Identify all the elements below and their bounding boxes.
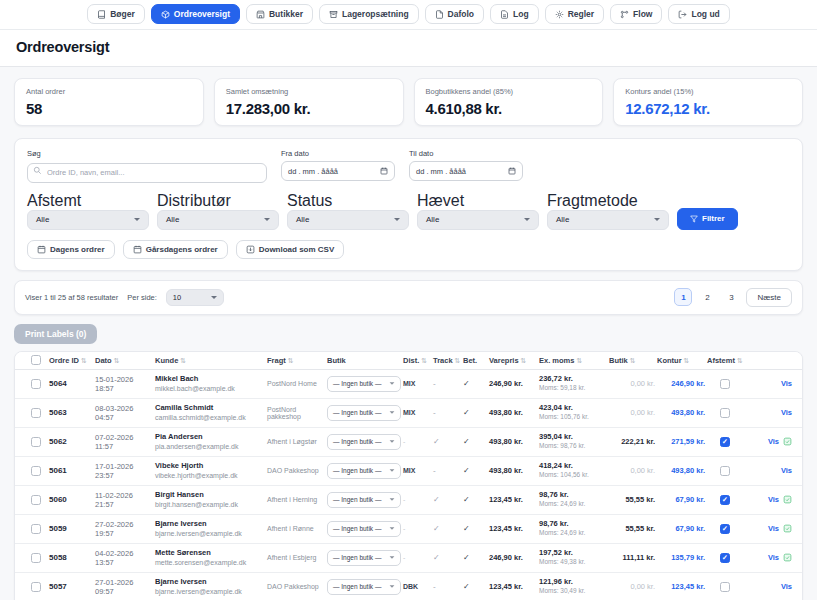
nav-regler[interactable]: Regler — [545, 4, 604, 24]
afstemt-checkbox[interactable] — [720, 524, 730, 534]
row-checkbox[interactable] — [31, 495, 41, 505]
nav-label: Log ud — [691, 9, 719, 19]
page-button-3[interactable]: 3 — [722, 288, 740, 306]
download-csv-button[interactable]: Download som CSV — [236, 240, 345, 259]
nav-log-ud[interactable]: Log ud — [668, 4, 729, 24]
column-header-ordre-id[interactable]: Ordre ID⇅ — [49, 356, 93, 365]
row-checkbox[interactable] — [31, 379, 41, 389]
view-link[interactable]: Vis — [768, 437, 779, 446]
store-select[interactable]: — Ingen butik — — [327, 579, 401, 595]
ex-vat-amount: 98,76 kr. — [539, 519, 607, 529]
store-select[interactable]: — Ingen butik — — [327, 376, 401, 392]
store-select[interactable]: — Ingen butik — — [327, 434, 401, 450]
afstemt-checkbox[interactable] — [720, 437, 730, 447]
yesterdays-orders-button[interactable]: Gårsdagens ordrer — [123, 240, 228, 259]
order-date: 27-02-2026 19:57 — [95, 520, 153, 538]
afstemt-checkbox[interactable] — [720, 379, 730, 389]
table-row: 506117-01-2026 23:57Vibeke Hjorthvibeke.… — [15, 457, 802, 486]
nav-ordreoversigt[interactable]: Ordreoversigt — [151, 4, 240, 24]
column-header-kontur[interactable]: Kontur⇅ — [657, 356, 705, 365]
store-select[interactable]: — Ingen butik — — [327, 463, 401, 479]
per-page-select[interactable]: 10 — [166, 289, 224, 306]
chevron-down-icon — [390, 382, 395, 384]
sort-icon: ⇅ — [521, 357, 527, 364]
view-link[interactable]: Vis — [768, 495, 779, 504]
label-printed-icon-wrap — [783, 524, 792, 533]
view-link[interactable]: Vis — [768, 553, 779, 562]
afstemt-checkbox[interactable] — [720, 553, 730, 563]
nav-flow[interactable]: Flow — [610, 4, 662, 24]
row-checkbox[interactable] — [31, 524, 41, 534]
funnel-icon — [690, 215, 698, 223]
view-link[interactable]: Vis — [781, 466, 792, 475]
view-link[interactable]: Vis — [781, 408, 792, 417]
column-header-ex-moms[interactable]: Ex. moms⇅ — [539, 356, 607, 365]
search-input[interactable] — [27, 163, 267, 183]
column-header-kunde[interactable]: Kunde⇅ — [155, 356, 265, 365]
todays-orders-button[interactable]: Dagens ordrer — [27, 240, 115, 259]
customer-name: Vibeke Hjorth — [155, 461, 265, 471]
from-date-input[interactable]: dd . mm . åååå — [281, 161, 395, 181]
label-printed-icon-wrap — [783, 495, 792, 504]
afstemt-checkbox[interactable] — [720, 495, 730, 505]
page-button-2[interactable]: 2 — [698, 288, 716, 306]
next-page-button[interactable]: Næste — [746, 288, 792, 307]
column-header-dato[interactable]: Dato⇅ — [95, 356, 153, 365]
paid-status: ✓ — [463, 524, 487, 533]
paid-status: ✓ — [463, 437, 487, 446]
row-select-cell — [25, 553, 47, 563]
afstemt-select[interactable]: Alle — [27, 210, 149, 230]
nav-log[interactable]: Log — [490, 4, 539, 24]
filter-button[interactable]: Filtrer — [677, 208, 738, 230]
row-checkbox[interactable] — [31, 437, 41, 447]
store-select[interactable]: — Ingen butik — — [327, 521, 401, 537]
order-id: 5061 — [49, 466, 93, 475]
nav-butikker[interactable]: Butikker — [246, 4, 313, 24]
column-header-dist-[interactable]: Dist.⇅ — [403, 356, 431, 365]
distributoer-select[interactable]: Alle — [157, 210, 279, 230]
nav-dafolo[interactable]: Dafolo — [425, 4, 484, 24]
column-header-varepris[interactable]: Varepris⇅ — [489, 356, 537, 365]
chevron-down-icon — [211, 296, 217, 299]
afstemt-checkbox[interactable] — [720, 582, 730, 592]
select-value: Alle — [36, 215, 49, 224]
afstemt-checkbox[interactable] — [720, 466, 730, 476]
actions-cell: Vis — [745, 437, 792, 446]
table-row: 506415-01-2026 18:57Mikkel Bachmikkel.ba… — [15, 370, 802, 399]
nav-boeger[interactable]: Bøger — [87, 4, 145, 24]
view-link[interactable]: Vis — [781, 379, 792, 388]
vat-amount: Moms: 98,76 kr. — [539, 442, 607, 451]
page-button-1[interactable]: 1 — [674, 288, 692, 306]
to-date-input[interactable]: dd . mm . åååå — [409, 161, 523, 181]
select-all-checkbox[interactable] — [31, 355, 41, 365]
column-header-fragt[interactable]: Fragt⇅ — [267, 356, 325, 365]
haevet-select[interactable]: Alle — [417, 210, 539, 230]
afstemt-checkbox[interactable] — [720, 408, 730, 418]
nav-label: Dafolo — [448, 9, 474, 19]
kontur-amount: 246,90 kr. — [657, 379, 705, 388]
column-header-butik[interactable]: Butik⇅ — [609, 356, 655, 365]
store-select[interactable]: — Ingen butik — — [327, 492, 401, 508]
column-header-afstemt[interactable]: Afstemt⇅ — [707, 356, 743, 365]
view-link[interactable]: Vis — [768, 524, 779, 533]
download-icon — [246, 245, 255, 254]
nav-lageropsaetning[interactable]: Lageropsætning — [319, 4, 419, 24]
row-checkbox[interactable] — [31, 466, 41, 476]
store-select[interactable]: — Ingen butik — — [327, 550, 401, 566]
status-select[interactable]: Alle — [287, 210, 409, 230]
customer-name: Bjarne Iversen — [155, 577, 265, 587]
print-labels-button[interactable]: Print Labels (0) — [14, 324, 97, 344]
fragtmetode-select[interactable]: Alle — [547, 210, 669, 230]
filter-button-label: Filtrer — [702, 214, 725, 223]
store-select[interactable]: — Ingen butik — — [327, 405, 401, 421]
view-link[interactable]: Vis — [781, 582, 792, 591]
row-checkbox[interactable] — [31, 582, 41, 592]
column-header-track[interactable]: Track⇅ — [433, 356, 461, 365]
row-checkbox[interactable] — [31, 408, 41, 418]
afstemt-cell — [707, 524, 743, 534]
row-checkbox[interactable] — [31, 553, 41, 563]
shipping-method: Afhent i Rønne — [267, 525, 325, 532]
stat-label: Bogbutikkens andel (85%) — [426, 87, 592, 96]
package-icon — [161, 10, 170, 19]
customer-email: camilla.schmidt@example.dk — [155, 413, 265, 422]
